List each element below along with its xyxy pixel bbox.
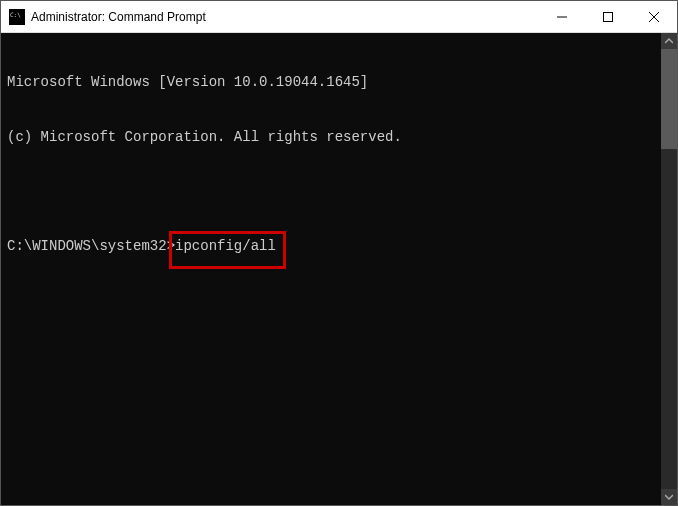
titlebar[interactable]: Administrator: Command Prompt (1, 1, 677, 33)
close-icon (649, 12, 659, 22)
minimize-button[interactable] (539, 1, 585, 32)
chevron-up-icon (665, 37, 673, 45)
terminal-output-line: (c) Microsoft Corporation. All rights re… (7, 128, 655, 146)
svg-rect-1 (604, 12, 613, 21)
app-icon (9, 9, 25, 25)
terminal-output-line: Microsoft Windows [Version 10.0.19044.16… (7, 73, 655, 91)
command-prompt-window: Administrator: Command Prompt Microsoft … (0, 0, 678, 506)
scrollbar-up-button[interactable] (661, 33, 677, 49)
scrollbar-down-button[interactable] (661, 489, 677, 505)
chevron-down-icon (665, 493, 673, 501)
close-button[interactable] (631, 1, 677, 32)
terminal-prompt: C:\WINDOWS\system32> (7, 237, 175, 255)
window-controls (539, 1, 677, 32)
terminal-blank-line (7, 183, 655, 201)
vertical-scrollbar[interactable] (661, 33, 677, 505)
minimize-icon (557, 12, 567, 22)
terminal-command: ipconfig/all (175, 238, 276, 254)
terminal-content[interactable]: Microsoft Windows [Version 10.0.19044.16… (1, 33, 661, 505)
scrollbar-thumb[interactable] (661, 49, 677, 149)
terminal-prompt-line: C:\WINDOWS\system32>ipconfig/all (7, 237, 655, 255)
terminal-area: Microsoft Windows [Version 10.0.19044.16… (1, 33, 677, 505)
window-title: Administrator: Command Prompt (31, 10, 539, 24)
maximize-icon (603, 12, 613, 22)
maximize-button[interactable] (585, 1, 631, 32)
